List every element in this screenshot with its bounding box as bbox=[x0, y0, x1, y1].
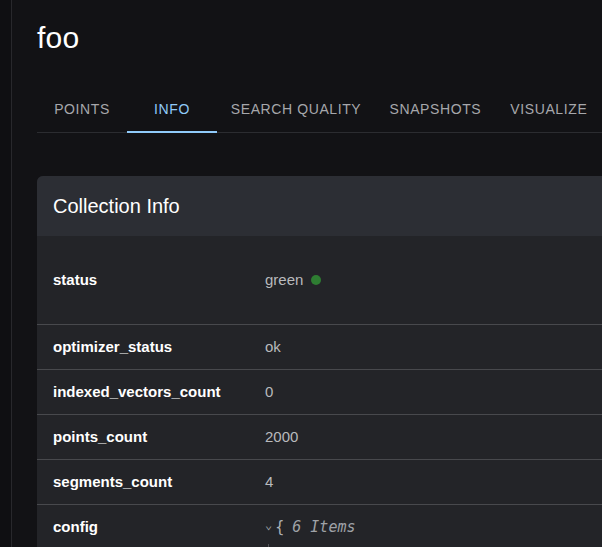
row-value: 2000 bbox=[265, 428, 298, 446]
row-value: ok bbox=[265, 338, 281, 356]
row-value: 4 bbox=[265, 473, 273, 491]
info-row-segments-count: segments_count 4 bbox=[37, 460, 602, 505]
card-body: status green optimizer_status ok indexed… bbox=[37, 236, 602, 547]
collection-info-card: Collection Info status green optimizer_s… bbox=[37, 176, 602, 547]
tab-visualize[interactable]: VISUALIZE bbox=[496, 85, 602, 132]
row-key: segments_count bbox=[53, 473, 265, 491]
chevron-down-icon[interactable]: ⌄ bbox=[265, 516, 272, 534]
main-content: foo POINTS INFO SEARCH QUALITY SNAPSHOTS… bbox=[13, 0, 602, 547]
row-key: points_count bbox=[53, 428, 265, 446]
row-key: config bbox=[53, 518, 265, 536]
tab-snapshots-label: SNAPSHOTS bbox=[389, 101, 481, 117]
tab-search-quality[interactable]: SEARCH QUALITY bbox=[217, 85, 375, 132]
json-items-count: 6 Items bbox=[292, 518, 355, 536]
tab-bar: POINTS INFO SEARCH QUALITY SNAPSHOTS VIS… bbox=[37, 85, 602, 133]
row-key: indexed_vectors_count bbox=[53, 383, 265, 401]
tab-search-quality-label: SEARCH QUALITY bbox=[231, 101, 362, 117]
status-value-text: green bbox=[265, 271, 303, 289]
tab-points[interactable]: POINTS bbox=[37, 85, 127, 132]
json-open-brace: { bbox=[275, 518, 284, 536]
row-key: optimizer_status bbox=[53, 338, 265, 356]
left-rail bbox=[0, 0, 12, 547]
tab-info-label: INFO bbox=[154, 101, 190, 117]
info-row-indexed-vectors-count: indexed_vectors_count 0 bbox=[37, 370, 602, 415]
info-row-config: config ⌄ { 6 Items bbox=[37, 505, 602, 547]
tab-info[interactable]: INFO bbox=[127, 85, 217, 132]
row-key: status bbox=[53, 271, 265, 289]
collection-page: foo POINTS INFO SEARCH QUALITY SNAPSHOTS… bbox=[0, 0, 602, 547]
tab-points-label: POINTS bbox=[54, 101, 110, 117]
page-title: foo bbox=[37, 0, 602, 56]
active-tab-indicator bbox=[127, 131, 217, 133]
info-row-optimizer-status: optimizer_status ok bbox=[37, 325, 602, 370]
row-value: green bbox=[265, 271, 321, 289]
status-green-dot-icon bbox=[311, 275, 321, 285]
info-row-points-count: points_count 2000 bbox=[37, 415, 602, 460]
card-title: Collection Info bbox=[37, 176, 602, 236]
info-row-status: status green bbox=[37, 236, 602, 325]
tab-visualize-label: VISUALIZE bbox=[510, 101, 587, 117]
config-json-viewer[interactable]: ⌄ { 6 Items bbox=[265, 518, 355, 536]
row-value: 0 bbox=[265, 383, 273, 401]
tab-snapshots[interactable]: SNAPSHOTS bbox=[375, 85, 496, 132]
